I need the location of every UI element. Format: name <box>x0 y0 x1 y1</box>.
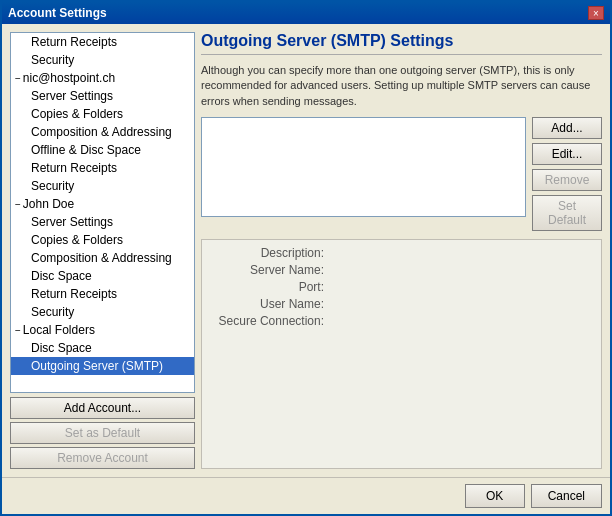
tree-item-security-2[interactable]: Security <box>11 177 194 195</box>
secure-connection-label: Secure Connection: <box>210 314 330 328</box>
server-name-label: Server Name: <box>210 263 330 277</box>
bottom-buttons: Add Account... Set as Default Remove Acc… <box>10 397 195 469</box>
tree-item-return-receipts-1[interactable]: Return Receipts <box>11 33 194 51</box>
set-as-default-button[interactable]: Set as Default <box>10 422 195 444</box>
title-bar: Account Settings × <box>2 2 610 24</box>
set-default-server-button[interactable]: Set Default <box>532 195 602 231</box>
description-row: Description: <box>210 246 593 260</box>
details-panel: Description: Server Name: Port: User Nam… <box>201 239 602 469</box>
server-list-area: Add... Edit... Remove Set Default <box>201 117 602 231</box>
tree-group-nic[interactable]: −nic@hostpoint.ch <box>11 69 194 87</box>
secure-connection-row: Secure Connection: <box>210 314 593 328</box>
port-label: Port: <box>210 280 330 294</box>
tree-item-server-settings-2[interactable]: Server Settings <box>11 87 194 105</box>
server-actions: Add... Edit... Remove Set Default <box>532 117 602 231</box>
tree-item-server-settings-3[interactable]: Server Settings <box>11 213 194 231</box>
left-panel: Return Receipts Security −nic@hostpoint.… <box>10 32 195 469</box>
tree-item-security-3[interactable]: Security <box>11 303 194 321</box>
tree-item-copies-folders-3[interactable]: Copies & Folders <box>11 231 194 249</box>
port-row: Port: <box>210 280 593 294</box>
tree-item-offline-2[interactable]: Offline & Disc Space <box>11 141 194 159</box>
expand-icon: − <box>15 73 21 84</box>
tree-item-copies-folders-2[interactable]: Copies & Folders <box>11 105 194 123</box>
ok-button[interactable]: OK <box>465 484 525 508</box>
tree-item-return-receipts-3[interactable]: Return Receipts <box>11 285 194 303</box>
account-tree[interactable]: Return Receipts Security −nic@hostpoint.… <box>10 32 195 393</box>
tree-group-johndoe[interactable]: −John Doe <box>11 195 194 213</box>
dialog-body: Return Receipts Security −nic@hostpoint.… <box>2 24 610 477</box>
close-button[interactable]: × <box>588 6 604 20</box>
remove-server-button[interactable]: Remove <box>532 169 602 191</box>
tree-item-disc-space-lf[interactable]: Disc Space <box>11 339 194 357</box>
user-name-row: User Name: <box>210 297 593 311</box>
edit-server-button[interactable]: Edit... <box>532 143 602 165</box>
user-name-label: User Name: <box>210 297 330 311</box>
tree-item-outgoing-smtp[interactable]: Outgoing Server (SMTP) <box>11 357 194 375</box>
add-server-button[interactable]: Add... <box>532 117 602 139</box>
server-name-row: Server Name: <box>210 263 593 277</box>
tree-item-return-receipts-2[interactable]: Return Receipts <box>11 159 194 177</box>
remove-account-button[interactable]: Remove Account <box>10 447 195 469</box>
right-panel: Outgoing Server (SMTP) Settings Although… <box>201 32 602 469</box>
cancel-button[interactable]: Cancel <box>531 484 602 508</box>
account-settings-dialog: Account Settings × Return Receipts Secur… <box>0 0 612 516</box>
add-account-button[interactable]: Add Account... <box>10 397 195 419</box>
dialog-footer: OK Cancel <box>2 477 610 514</box>
tree-item-security-1[interactable]: Security <box>11 51 194 69</box>
tree-item-composition-3[interactable]: Composition & Addressing <box>11 249 194 267</box>
panel-title: Outgoing Server (SMTP) Settings <box>201 32 602 55</box>
tree-group-local-folders[interactable]: −Local Folders <box>11 321 194 339</box>
server-listbox[interactable] <box>201 117 526 217</box>
dialog-title: Account Settings <box>8 6 107 20</box>
expand-icon-johndoe: − <box>15 199 21 210</box>
tree-item-disc-space-3[interactable]: Disc Space <box>11 267 194 285</box>
description-label: Description: <box>210 246 330 260</box>
expand-icon-local: − <box>15 325 21 336</box>
description-text: Although you can specify more than one o… <box>201 63 602 109</box>
tree-item-composition-2[interactable]: Composition & Addressing <box>11 123 194 141</box>
